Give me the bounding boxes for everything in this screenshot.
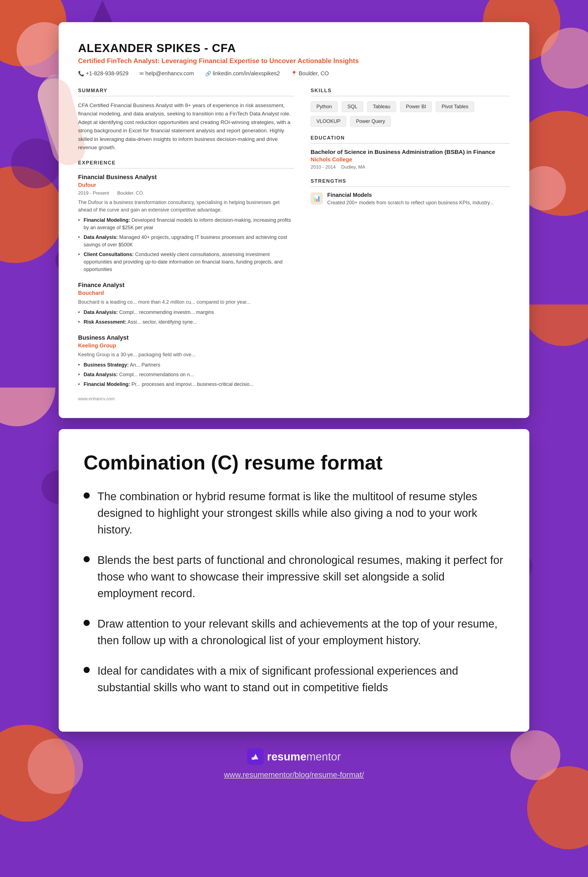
- strength-financial-models: 📊 Financial Models Created 200+ models f…: [310, 192, 510, 206]
- edu-degree: Bachelor of Science in Business Administ…: [310, 148, 510, 155]
- logo-icon: [247, 748, 264, 765]
- resume-contact: 📞 +1-828-938-9529 ✉ help@enhancv.com 🔗 l…: [78, 70, 510, 77]
- info-bullet-text-2: Blends the best parts of functional and …: [98, 552, 504, 601]
- summary-text: CFA Certified Financial Business Analyst…: [78, 101, 294, 152]
- job-bullet-2-2: Risk Assessment: Assi... sector, identif…: [78, 318, 294, 326]
- edu-dates: 2010 - 2014: [310, 165, 336, 170]
- linkedin-icon: 🔗: [205, 70, 211, 77]
- skill-python: Python: [310, 101, 338, 112]
- job-bullet-3-2: Data Analysis: Compl... recommendations …: [78, 371, 294, 378]
- resume-card: ALEXANDER SPIKES - CFA Certified FinTech…: [59, 22, 529, 418]
- footer-url: www.resumementor/blog/resume-format/: [224, 771, 364, 779]
- job-title-1: Financial Business Analyst: [78, 174, 294, 181]
- resume-tagline: Certified FinTech Analyst: Leveraging Fi…: [78, 57, 510, 65]
- job-bullet-1-2: Data Analysis: Managed 40+ projects, upg…: [78, 234, 294, 249]
- info-bullet-4: Ideal for candidates with a mix of signi…: [84, 663, 504, 696]
- svg-rect-0: [252, 757, 254, 760]
- job-bullet-1-1: Financial Modeling: Developed financial …: [78, 216, 294, 231]
- job-title-3: Business Analyst: [78, 334, 294, 341]
- resume-left-column: SUMMARY CFA Certified Financial Business…: [78, 88, 294, 402]
- skills-grid: Python SQL Tableau Power BI Pivot Tables…: [310, 101, 510, 127]
- job-company-3: Keeling Group: [78, 342, 294, 349]
- job-entry-2: Finance Analyst Bouchard Bouchard is a l…: [78, 282, 294, 326]
- job-bullets-1: Financial Modeling: Developed financial …: [78, 216, 294, 273]
- resume-name: ALEXANDER SPIKES - CFA: [78, 42, 510, 55]
- job-company-2: Bouchard: [78, 290, 294, 296]
- strength-icon-1: 📊: [310, 192, 323, 205]
- page-footer: resumementor www.resumementor/blog/resum…: [224, 748, 364, 779]
- job-desc-1: The Dufour is a business transformation …: [78, 199, 294, 214]
- contact-linkedin: 🔗 linkedin.com/in/alexspikes2: [205, 70, 280, 77]
- skill-vlookup: VLOOKUP: [310, 116, 346, 127]
- job-title-2: Finance Analyst: [78, 282, 294, 289]
- summary-section-title: SUMMARY: [78, 88, 294, 96]
- skill-pivottables: Pivot Tables: [436, 101, 474, 112]
- info-card-title: Combination (C) resume format: [84, 451, 504, 474]
- edu-meta: 2010 - 2014 Dudley, MA: [310, 165, 510, 170]
- info-bullet-2: Blends the best parts of functional and …: [84, 552, 504, 601]
- info-bullet-1: The combination or hybrid resume format …: [84, 488, 504, 538]
- resume-right-column: SKILLS Python SQL Tableau Power BI Pivot…: [310, 88, 510, 402]
- skill-powerquery: Power Query: [350, 116, 391, 127]
- job-bullet-3-1: Business Strategy: An... Partners: [78, 361, 294, 369]
- strength-title-1: Financial Models: [327, 192, 494, 198]
- info-bullet-3: Draw attention to your relevant skills a…: [84, 615, 504, 649]
- location-icon: 📍: [291, 70, 297, 77]
- skill-powerbi: Power BI: [400, 101, 432, 112]
- page-content: ALEXANDER SPIKES - CFA Certified FinTech…: [0, 0, 588, 801]
- bullet-dot-4: [84, 667, 90, 673]
- job-bullets-2: Data Analysis: Compl... recommending inv…: [78, 309, 294, 326]
- info-card: Combination (C) resume format The combin…: [59, 429, 529, 732]
- job-bullet-2-1: Data Analysis: Compl... recommending inv…: [78, 309, 294, 316]
- email-icon: ✉: [140, 70, 144, 77]
- bullet-dot-1: [84, 492, 90, 499]
- job-desc-2: Bouchard is a leading co... more than 4.…: [78, 298, 294, 306]
- contact-email: ✉ help@enhancv.com: [140, 70, 194, 77]
- job-bullet-1-3: Client Consultations: Conducted weekly c…: [78, 251, 294, 273]
- skills-section-title: SKILLS: [310, 88, 510, 96]
- job-meta-1: 2019 - Present Boulder, CO: [78, 190, 294, 196]
- strength-desc-1: Created 200+ models from scratch to refl…: [327, 199, 494, 206]
- resume-columns: SUMMARY CFA Certified Financial Business…: [78, 88, 510, 402]
- job-bullets-3: Business Strategy: An... Partners Data A…: [78, 361, 294, 388]
- job-date-1: 2019 - Present: [78, 190, 109, 196]
- skill-sql: SQL: [342, 101, 363, 112]
- edu-school: Nichols College: [310, 156, 510, 163]
- info-bullet-text-3: Draw attention to your relevant skills a…: [98, 615, 504, 649]
- edu-location: Dudley, MA: [341, 165, 365, 170]
- info-bullet-text-4: Ideal for candidates with a mix of signi…: [98, 663, 504, 696]
- footer-brand-text: resumementor: [267, 751, 341, 763]
- contact-location: 📍 Boulder, CO: [291, 70, 329, 77]
- contact-phone: 📞 +1-828-938-9529: [78, 70, 129, 77]
- footer-logo: resumementor: [247, 748, 341, 765]
- education-section-title: EDUCATION: [310, 135, 510, 144]
- job-location-1: Boulder, CO: [117, 190, 143, 196]
- phone-icon: 📞: [78, 70, 84, 77]
- info-bullet-text-1: The combination or hybrid resume format …: [98, 488, 504, 538]
- job-desc-3: Keeling Group is a 30-ye... packaging fi…: [78, 351, 294, 358]
- job-entry-1: Financial Business Analyst Dufour 2019 -…: [78, 174, 294, 273]
- strength-content-1: Financial Models Created 200+ models fro…: [327, 192, 494, 206]
- info-bullets-list: The combination or hybrid resume format …: [84, 488, 504, 696]
- experience-section-title: EXPERIENCE: [78, 160, 294, 169]
- resume-website: www.enhancv.com: [78, 396, 294, 402]
- job-entry-3: Business Analyst Keeling Group Keeling G…: [78, 334, 294, 388]
- skill-tableau: Tableau: [367, 101, 396, 112]
- logo-svg: [250, 752, 261, 762]
- bullet-dot-2: [84, 556, 90, 562]
- brand-resume: resume: [267, 751, 306, 763]
- job-company-1: Dufour: [78, 182, 294, 188]
- strengths-section-title: STRENGTHS: [310, 178, 510, 187]
- bullet-dot-3: [84, 620, 90, 626]
- brand-mentor: mentor: [306, 751, 341, 763]
- job-bullet-3-3: Financial Modeling: Pr... processes and …: [78, 381, 294, 388]
